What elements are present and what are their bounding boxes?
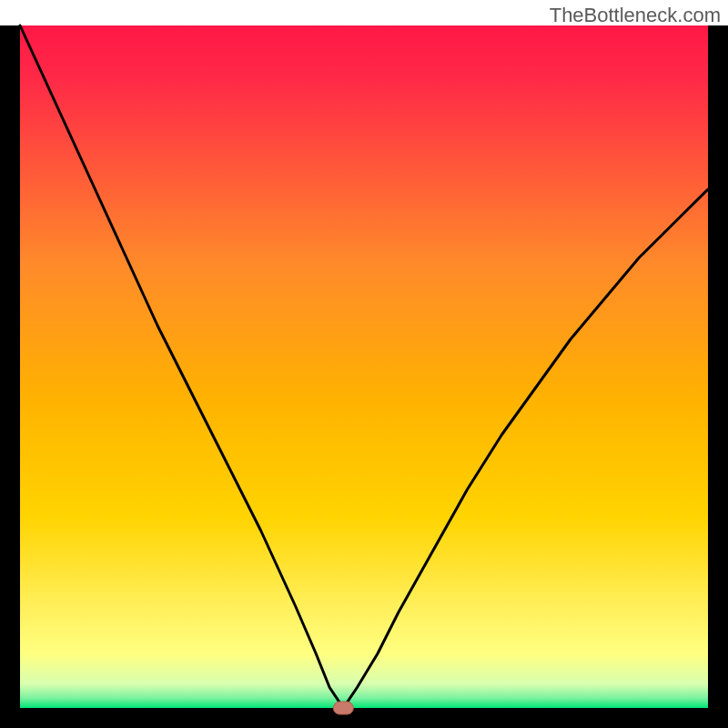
bottleneck-chart: TheBottleneck.com — [0, 0, 728, 728]
optimal-point-marker — [333, 702, 353, 714]
watermark-text: TheBottleneck.com — [550, 4, 721, 27]
chart-canvas — [0, 0, 728, 728]
gradient-background — [20, 25, 708, 708]
